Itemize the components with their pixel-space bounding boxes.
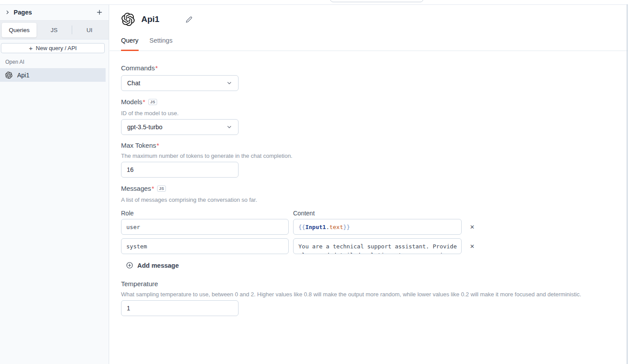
plus-icon: + <box>29 45 33 51</box>
max-tokens-label: Max Tokens* <box>121 142 617 149</box>
query-item-label: Api1 <box>17 72 29 79</box>
sidebar-item-api1[interactable]: Api1 <box>0 68 106 82</box>
required-asterisk: * <box>157 142 159 149</box>
required-asterisk: * <box>155 64 158 72</box>
tab-query[interactable]: Query <box>121 37 139 51</box>
models-label: Models* JS <box>121 98 617 106</box>
query-header: Api1 <box>121 13 628 26</box>
temperature-label: Temperature <box>121 280 617 288</box>
message-row: You are a technical support assistant. P… <box>121 238 617 254</box>
content-input[interactable]: {{Input1.text}} <box>293 219 462 235</box>
entity-explorer-sidebar: Pages Queries JS UI + New query / API Op… <box>0 4 109 364</box>
js-toggle-badge[interactable]: JS <box>148 99 157 105</box>
add-message-label: Add message <box>137 262 179 269</box>
commands-value: Chat <box>127 80 140 87</box>
pages-title: Pages <box>14 9 32 16</box>
tab-js[interactable]: JS <box>37 23 71 37</box>
message-row: {{Input1.text}} ✕ <box>121 219 617 235</box>
models-select[interactable]: gpt-3.5-turbo <box>121 119 239 135</box>
query-group-label: Open AI <box>5 59 109 65</box>
remove-message-button[interactable]: ✕ <box>466 221 478 233</box>
content-column-header: Content <box>293 210 462 217</box>
add-message-button[interactable]: Add message <box>126 262 179 269</box>
commands-label: Commands* <box>121 64 617 72</box>
role-column-header: Role <box>121 210 289 217</box>
chevron-down-icon <box>226 80 232 86</box>
edit-name-icon[interactable] <box>186 16 192 23</box>
commands-select[interactable]: Chat <box>121 75 239 91</box>
openai-logo <box>121 13 135 26</box>
tab-settings[interactable]: Settings <box>150 37 173 51</box>
required-asterisk: * <box>151 185 154 193</box>
messages-label: Messages* JS <box>121 185 617 193</box>
role-input[interactable] <box>121 219 289 235</box>
openai-icon <box>5 72 12 79</box>
messages-column-headers: Role Content <box>121 210 617 217</box>
add-page-icon[interactable] <box>96 9 103 15</box>
content-input[interactable]: You are a technical support assistant. P… <box>293 238 462 254</box>
max-tokens-description: The maximum number of tokens to generate… <box>121 153 617 160</box>
circle-plus-icon <box>126 262 133 269</box>
pages-header: Pages <box>0 4 109 21</box>
remove-message-button[interactable]: ✕ <box>466 240 478 252</box>
clipped-top-widget <box>330 0 423 2</box>
new-query-label: New query / API <box>36 45 77 51</box>
js-toggle-badge[interactable]: JS <box>157 186 166 192</box>
scrollbar[interactable] <box>627 4 628 364</box>
top-divider <box>0 4 628 5</box>
chevron-right-icon[interactable] <box>5 10 10 15</box>
new-query-button[interactable]: + New query / API <box>1 43 105 53</box>
tab-ui[interactable]: UI <box>72 23 107 37</box>
temperature-input[interactable] <box>121 300 239 316</box>
editor-tabs: Query Settings <box>110 37 628 51</box>
models-value: gpt-3.5-turbo <box>127 124 162 131</box>
temperature-description: What sampling temperature to use, betwee… <box>121 291 617 298</box>
messages-description: A list of messages comprising the conver… <box>121 197 617 204</box>
explorer-tabs: Queries JS UI <box>0 21 109 40</box>
required-asterisk: * <box>143 98 145 106</box>
max-tokens-input[interactable] <box>121 162 239 178</box>
query-form: Commands* Chat Models* JS ID of the mode… <box>110 51 628 316</box>
chevron-down-icon <box>226 124 232 130</box>
query-title: Api1 <box>141 15 159 24</box>
models-description: ID of the model to use. <box>121 110 617 117</box>
role-input[interactable] <box>121 238 289 254</box>
query-editor-panel: Api1 Query Settings Commands* Chat Model… <box>110 4 628 364</box>
tab-queries[interactable]: Queries <box>2 23 37 37</box>
